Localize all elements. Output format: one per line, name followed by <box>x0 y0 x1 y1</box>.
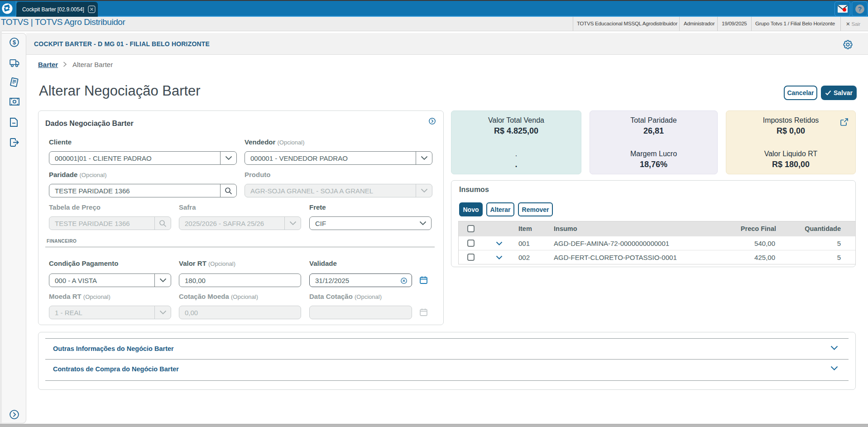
svg-text:?: ? <box>858 5 862 13</box>
svg-text:$: $ <box>13 39 16 46</box>
